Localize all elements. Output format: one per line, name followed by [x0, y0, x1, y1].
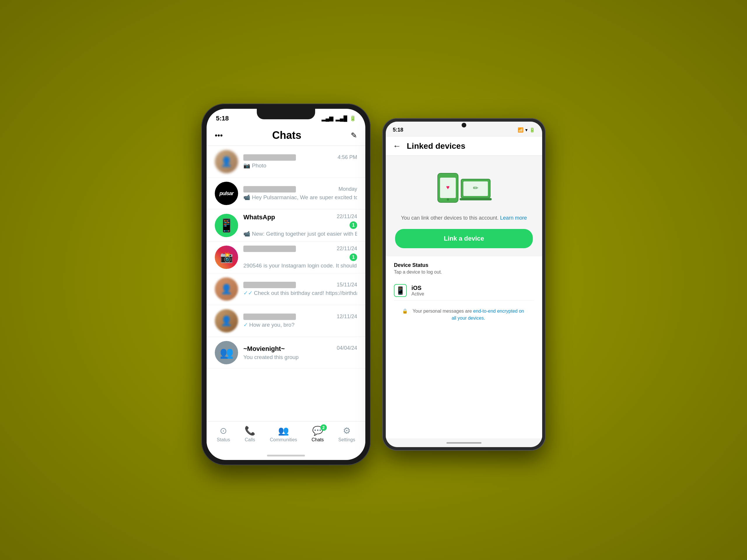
- chats-title: Chats: [272, 129, 302, 141]
- chat-top: ██████ ██████ 22/11/24 1: [243, 246, 357, 261]
- device-status-section: Device Status Tap a device to log out. 📱…: [386, 257, 542, 438]
- chat-top: ██████ ██████ Monday: [243, 186, 357, 192]
- android-battery-icon: 🔋: [529, 127, 535, 133]
- avatar: 👥: [215, 341, 238, 364]
- chat-top: ██████ ██████ 15/11/24: [243, 282, 357, 288]
- chat-item[interactable]: 👤 ██████ ██████ 4:56 PM 📷 Photo: [207, 146, 365, 178]
- unread-badge: 1: [350, 254, 357, 261]
- android-device: 5:18 📶 ▾ 🔋 ← Linked devices: [382, 118, 546, 451]
- device-status-active: Active: [411, 291, 424, 297]
- device-item[interactable]: 📱 iOS Active: [394, 281, 534, 301]
- chat-time: 04/04/24: [337, 345, 357, 351]
- chat-top: ██████ ██████ 12/11/24: [243, 314, 357, 320]
- chat-content: ██████ ██████ 12/11/24 ✓ How are you, br…: [243, 314, 357, 328]
- lock-icon: 🔒: [402, 308, 408, 315]
- chat-item[interactable]: 👤 ██████ ██████ 12/11/24 ✓ How are you, …: [207, 305, 365, 337]
- avatar: 👤: [215, 277, 238, 301]
- back-button[interactable]: ←: [393, 141, 401, 151]
- bottom-nav: ⊙ Status 📞 Calls 👥 Communities 💬 2 Chats: [207, 421, 365, 451]
- e2e-link[interactable]: end-to-end encrypted on all your devices…: [452, 309, 524, 321]
- android-wifi-icon: ▾: [525, 127, 527, 133]
- chat-content: ██████ ██████ 15/11/24 ✓✓ Check out this…: [243, 282, 357, 296]
- page-title: Linked devices: [407, 141, 465, 151]
- avatar: 👤: [215, 150, 238, 173]
- chat-content: ██████ ██████ 4:56 PM 📷 Photo: [243, 154, 357, 169]
- iphone-device: 5:18 ▂▄▆ ▂▄█ 🔋 ••• Chats ✎ 👤: [201, 104, 370, 465]
- chat-preview: 📷 Photo: [243, 162, 357, 169]
- chat-name: WhatsApp: [243, 213, 275, 221]
- chat-preview: ✓ How are you, bro?: [243, 321, 357, 328]
- android-signal-icon: 📶: [518, 127, 523, 133]
- home-bar: [267, 455, 305, 456]
- chat-top: ██████ ██████ 4:56 PM: [243, 154, 357, 161]
- nav-communities[interactable]: 👥 Communities: [270, 426, 297, 443]
- phones-container: 5:18 ▂▄▆ ▂▄█ 🔋 ••• Chats ✎ 👤: [201, 104, 546, 465]
- chat-item[interactable]: 👤 ██████ ██████ 15/11/24 ✓✓ Check out th…: [207, 273, 365, 305]
- android-time: 5:18: [393, 127, 403, 133]
- chat-name: ██████ ██████: [243, 246, 296, 252]
- linked-description: You can link other devices to this accou…: [386, 214, 542, 229]
- encryption-notice: 🔒 Your personal messages are end-to-end …: [394, 301, 534, 329]
- svg-text:♥: ♥: [446, 184, 450, 190]
- chat-item[interactable]: 📱 WhatsApp 22/11/24 1 📹 New: Getting tog…: [207, 209, 365, 241]
- chat-row-right: 4:56 PM: [335, 154, 357, 160]
- device-name: iOS: [411, 285, 424, 291]
- battery-icon: 🔋: [350, 115, 356, 122]
- svg-text:✏: ✏: [473, 184, 479, 192]
- android-status-icons: 📶 ▾ 🔋: [518, 127, 535, 133]
- nav-chats[interactable]: 💬 2 Chats: [312, 426, 324, 443]
- android-camera-dot: [462, 123, 466, 128]
- avatar: 👤: [215, 309, 238, 332]
- unread-badge: 1: [350, 221, 357, 229]
- chat-name: ██████ ██████: [243, 282, 296, 288]
- nav-settings[interactable]: ⚙ Settings: [338, 426, 355, 443]
- status-icon: ⊙: [220, 426, 227, 436]
- chat-time: 22/11/24: [337, 246, 357, 252]
- chat-time: 4:56 PM: [338, 154, 357, 160]
- linked-devices-illustration: ♥ ✏: [386, 156, 542, 214]
- menu-icon[interactable]: •••: [215, 131, 223, 140]
- iphone-screen: 5:18 ▂▄▆ ▂▄█ 🔋 ••• Chats ✎ 👤: [207, 109, 365, 460]
- avatar: 📸: [215, 246, 238, 269]
- wifi-icon: ▂▄▆: [321, 115, 334, 122]
- chat-content: WhatsApp 22/11/24 1 📹 New: Getting toget…: [243, 213, 357, 237]
- calls-icon: 📞: [244, 426, 255, 436]
- encryption-text: Your personal messages are end-to-end en…: [411, 308, 526, 322]
- device-type-icon: 📱: [394, 284, 407, 297]
- android-header: ← Linked devices: [386, 137, 542, 156]
- signal-icon: ▂▄█: [336, 115, 347, 122]
- chat-name: ██████ ██████: [243, 186, 296, 192]
- settings-label: Settings: [338, 437, 355, 443]
- chat-list: 👤 ██████ ██████ 4:56 PM 📷 Photo pulsar: [207, 146, 365, 421]
- communities-icon: 👥: [278, 426, 289, 436]
- nav-calls[interactable]: 📞 Calls: [244, 426, 255, 443]
- chat-preview: You created this group: [243, 354, 357, 361]
- chat-time: 12/11/24: [337, 314, 357, 320]
- iphone-home-indicator: [207, 451, 365, 460]
- chats-nav-label: Chats: [312, 437, 324, 443]
- home-bar: [446, 442, 482, 444]
- settings-icon: ⚙: [343, 426, 351, 436]
- link-device-button[interactable]: Link a device: [395, 229, 533, 248]
- learn-more-link[interactable]: Learn more: [500, 215, 527, 221]
- chat-content: ██████ ██████ 22/11/24 1 290546 is your …: [243, 246, 357, 269]
- avatar: 📱: [215, 214, 238, 237]
- device-info: iOS Active: [411, 285, 424, 297]
- avatar: pulsar: [215, 182, 238, 205]
- chat-item[interactable]: 📸 ██████ ██████ 22/11/24 1 290546 is you…: [207, 241, 365, 273]
- devices-svg: ♥ ✏: [432, 167, 496, 208]
- device-status-title: Device Status: [394, 262, 534, 268]
- iphone-notch: [257, 109, 315, 119]
- chat-content: ~Movienight~ 04/04/24 You created this g…: [243, 345, 357, 361]
- chat-name: ██████ ██████: [243, 314, 296, 320]
- compose-icon[interactable]: ✎: [351, 131, 357, 140]
- chat-preview: 290546 is your Instagram login code. It …: [243, 263, 357, 269]
- nav-status[interactable]: ⊙ Status: [217, 426, 230, 443]
- chat-item[interactable]: pulsar ██████ ██████ Monday 📹 Hey Pulsar…: [207, 178, 365, 209]
- chat-name: ██████ ██████: [243, 154, 296, 161]
- chats-nav-badge: 2: [320, 424, 327, 431]
- iphone-time: 5:18: [216, 115, 229, 122]
- chat-item[interactable]: 👥 ~Movienight~ 04/04/24 You created this…: [207, 337, 365, 369]
- chat-content: ██████ ██████ Monday 📹 Hey Pulsarmaniac,…: [243, 186, 357, 201]
- chat-row-right: 22/11/24 1: [334, 246, 357, 261]
